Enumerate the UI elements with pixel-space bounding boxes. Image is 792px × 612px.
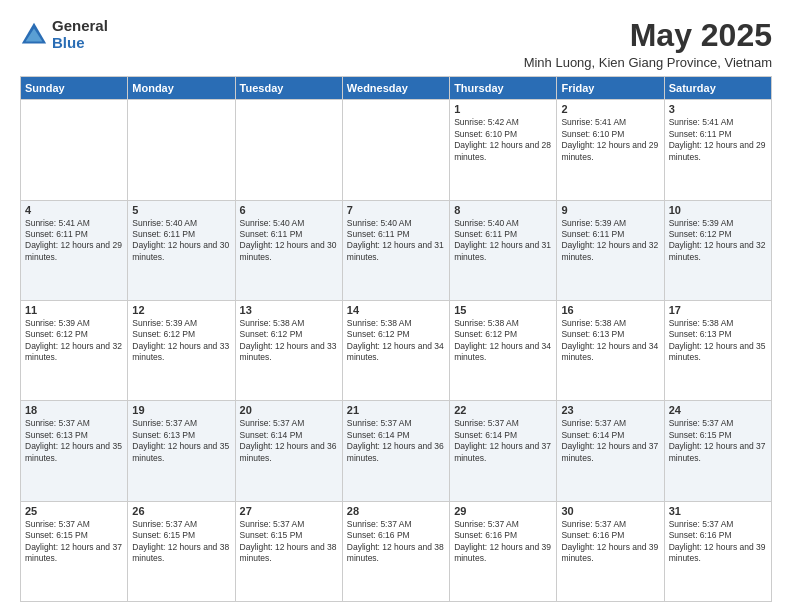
- day-info: Sunrise: 5:40 AM Sunset: 6:11 PM Dayligh…: [454, 218, 552, 264]
- day-cell: 12Sunrise: 5:39 AM Sunset: 6:12 PM Dayli…: [128, 300, 235, 400]
- header-day-monday: Monday: [128, 77, 235, 100]
- header-day-sunday: Sunday: [21, 77, 128, 100]
- day-info: Sunrise: 5:39 AM Sunset: 6:12 PM Dayligh…: [25, 318, 123, 364]
- header-day-saturday: Saturday: [664, 77, 771, 100]
- day-number: 9: [561, 204, 659, 216]
- day-cell: 3Sunrise: 5:41 AM Sunset: 6:11 PM Daylig…: [664, 100, 771, 200]
- day-info: Sunrise: 5:40 AM Sunset: 6:11 PM Dayligh…: [347, 218, 445, 264]
- day-info: Sunrise: 5:38 AM Sunset: 6:12 PM Dayligh…: [240, 318, 338, 364]
- day-info: Sunrise: 5:39 AM Sunset: 6:12 PM Dayligh…: [132, 318, 230, 364]
- header-day-thursday: Thursday: [450, 77, 557, 100]
- day-info: Sunrise: 5:41 AM Sunset: 6:11 PM Dayligh…: [669, 117, 767, 163]
- day-cell: 14Sunrise: 5:38 AM Sunset: 6:12 PM Dayli…: [342, 300, 449, 400]
- day-info: Sunrise: 5:37 AM Sunset: 6:13 PM Dayligh…: [25, 418, 123, 464]
- logo-text: General Blue: [52, 18, 108, 51]
- day-cell: 19Sunrise: 5:37 AM Sunset: 6:13 PM Dayli…: [128, 401, 235, 501]
- day-number: 30: [561, 505, 659, 517]
- day-cell: [21, 100, 128, 200]
- calendar-body: 1Sunrise: 5:42 AM Sunset: 6:10 PM Daylig…: [21, 100, 772, 602]
- header-day-wednesday: Wednesday: [342, 77, 449, 100]
- day-info: Sunrise: 5:38 AM Sunset: 6:12 PM Dayligh…: [347, 318, 445, 364]
- day-cell: [235, 100, 342, 200]
- day-info: Sunrise: 5:41 AM Sunset: 6:11 PM Dayligh…: [25, 218, 123, 264]
- day-info: Sunrise: 5:41 AM Sunset: 6:10 PM Dayligh…: [561, 117, 659, 163]
- day-info: Sunrise: 5:42 AM Sunset: 6:10 PM Dayligh…: [454, 117, 552, 163]
- day-cell: 28Sunrise: 5:37 AM Sunset: 6:16 PM Dayli…: [342, 501, 449, 601]
- day-cell: 11Sunrise: 5:39 AM Sunset: 6:12 PM Dayli…: [21, 300, 128, 400]
- day-number: 29: [454, 505, 552, 517]
- day-info: Sunrise: 5:37 AM Sunset: 6:13 PM Dayligh…: [132, 418, 230, 464]
- page: General Blue May 2025 Minh Luong, Kien G…: [0, 0, 792, 612]
- day-cell: 21Sunrise: 5:37 AM Sunset: 6:14 PM Dayli…: [342, 401, 449, 501]
- day-number: 20: [240, 404, 338, 416]
- day-info: Sunrise: 5:40 AM Sunset: 6:11 PM Dayligh…: [240, 218, 338, 264]
- day-number: 23: [561, 404, 659, 416]
- day-info: Sunrise: 5:38 AM Sunset: 6:12 PM Dayligh…: [454, 318, 552, 364]
- day-cell: 13Sunrise: 5:38 AM Sunset: 6:12 PM Dayli…: [235, 300, 342, 400]
- week-row-3: 11Sunrise: 5:39 AM Sunset: 6:12 PM Dayli…: [21, 300, 772, 400]
- day-number: 3: [669, 103, 767, 115]
- week-row-2: 4Sunrise: 5:41 AM Sunset: 6:11 PM Daylig…: [21, 200, 772, 300]
- day-info: Sunrise: 5:37 AM Sunset: 6:15 PM Dayligh…: [25, 519, 123, 565]
- day-cell: 20Sunrise: 5:37 AM Sunset: 6:14 PM Dayli…: [235, 401, 342, 501]
- header-day-friday: Friday: [557, 77, 664, 100]
- week-row-1: 1Sunrise: 5:42 AM Sunset: 6:10 PM Daylig…: [21, 100, 772, 200]
- day-number: 1: [454, 103, 552, 115]
- location: Minh Luong, Kien Giang Province, Vietnam: [524, 55, 772, 70]
- calendar: SundayMondayTuesdayWednesdayThursdayFrid…: [20, 76, 772, 602]
- logo-general: General: [52, 18, 108, 35]
- day-info: Sunrise: 5:37 AM Sunset: 6:16 PM Dayligh…: [669, 519, 767, 565]
- day-cell: 25Sunrise: 5:37 AM Sunset: 6:15 PM Dayli…: [21, 501, 128, 601]
- day-number: 25: [25, 505, 123, 517]
- day-cell: 27Sunrise: 5:37 AM Sunset: 6:15 PM Dayli…: [235, 501, 342, 601]
- day-info: Sunrise: 5:40 AM Sunset: 6:11 PM Dayligh…: [132, 218, 230, 264]
- day-info: Sunrise: 5:37 AM Sunset: 6:16 PM Dayligh…: [347, 519, 445, 565]
- day-number: 14: [347, 304, 445, 316]
- day-cell: 16Sunrise: 5:38 AM Sunset: 6:13 PM Dayli…: [557, 300, 664, 400]
- day-cell: 26Sunrise: 5:37 AM Sunset: 6:15 PM Dayli…: [128, 501, 235, 601]
- day-info: Sunrise: 5:37 AM Sunset: 6:14 PM Dayligh…: [240, 418, 338, 464]
- day-number: 16: [561, 304, 659, 316]
- day-info: Sunrise: 5:37 AM Sunset: 6:15 PM Dayligh…: [240, 519, 338, 565]
- day-cell: 8Sunrise: 5:40 AM Sunset: 6:11 PM Daylig…: [450, 200, 557, 300]
- day-cell: 18Sunrise: 5:37 AM Sunset: 6:13 PM Dayli…: [21, 401, 128, 501]
- day-number: 28: [347, 505, 445, 517]
- day-cell: 2Sunrise: 5:41 AM Sunset: 6:10 PM Daylig…: [557, 100, 664, 200]
- day-number: 17: [669, 304, 767, 316]
- day-cell: 24Sunrise: 5:37 AM Sunset: 6:15 PM Dayli…: [664, 401, 771, 501]
- day-number: 11: [25, 304, 123, 316]
- header: General Blue May 2025 Minh Luong, Kien G…: [20, 18, 772, 70]
- day-number: 24: [669, 404, 767, 416]
- day-number: 5: [132, 204, 230, 216]
- month-title: May 2025: [524, 18, 772, 53]
- day-number: 31: [669, 505, 767, 517]
- day-cell: 1Sunrise: 5:42 AM Sunset: 6:10 PM Daylig…: [450, 100, 557, 200]
- day-cell: 29Sunrise: 5:37 AM Sunset: 6:16 PM Dayli…: [450, 501, 557, 601]
- logo: General Blue: [20, 18, 108, 51]
- day-number: 7: [347, 204, 445, 216]
- day-info: Sunrise: 5:37 AM Sunset: 6:16 PM Dayligh…: [454, 519, 552, 565]
- day-info: Sunrise: 5:39 AM Sunset: 6:11 PM Dayligh…: [561, 218, 659, 264]
- calendar-header: SundayMondayTuesdayWednesdayThursdayFrid…: [21, 77, 772, 100]
- day-number: 18: [25, 404, 123, 416]
- day-cell: 17Sunrise: 5:38 AM Sunset: 6:13 PM Dayli…: [664, 300, 771, 400]
- day-info: Sunrise: 5:37 AM Sunset: 6:14 PM Dayligh…: [454, 418, 552, 464]
- day-cell: 10Sunrise: 5:39 AM Sunset: 6:12 PM Dayli…: [664, 200, 771, 300]
- day-number: 10: [669, 204, 767, 216]
- day-number: 12: [132, 304, 230, 316]
- day-cell: 6Sunrise: 5:40 AM Sunset: 6:11 PM Daylig…: [235, 200, 342, 300]
- day-number: 19: [132, 404, 230, 416]
- day-cell: 4Sunrise: 5:41 AM Sunset: 6:11 PM Daylig…: [21, 200, 128, 300]
- logo-blue: Blue: [52, 35, 108, 52]
- day-info: Sunrise: 5:39 AM Sunset: 6:12 PM Dayligh…: [669, 218, 767, 264]
- day-info: Sunrise: 5:38 AM Sunset: 6:13 PM Dayligh…: [669, 318, 767, 364]
- day-info: Sunrise: 5:37 AM Sunset: 6:16 PM Dayligh…: [561, 519, 659, 565]
- day-info: Sunrise: 5:37 AM Sunset: 6:14 PM Dayligh…: [561, 418, 659, 464]
- day-number: 15: [454, 304, 552, 316]
- day-cell: 15Sunrise: 5:38 AM Sunset: 6:12 PM Dayli…: [450, 300, 557, 400]
- week-row-4: 18Sunrise: 5:37 AM Sunset: 6:13 PM Dayli…: [21, 401, 772, 501]
- day-cell: 9Sunrise: 5:39 AM Sunset: 6:11 PM Daylig…: [557, 200, 664, 300]
- day-cell: 7Sunrise: 5:40 AM Sunset: 6:11 PM Daylig…: [342, 200, 449, 300]
- day-info: Sunrise: 5:37 AM Sunset: 6:15 PM Dayligh…: [669, 418, 767, 464]
- day-number: 8: [454, 204, 552, 216]
